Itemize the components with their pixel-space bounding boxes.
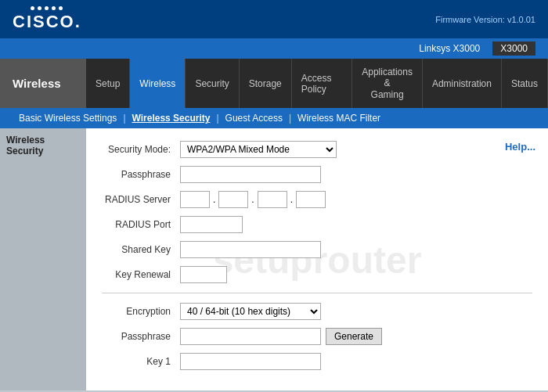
main-content: setuprouter Help... Security Mode: Disab… <box>86 128 548 390</box>
radius-server-fields: . . . <box>180 191 326 208</box>
nav-tab-setup[interactable]: Setup <box>86 59 130 108</box>
radius-octet-1[interactable] <box>180 191 210 208</box>
key-renewal-label: Key Renewal <box>102 269 180 280</box>
passphrase2-label: Passphrase <box>102 331 180 342</box>
nav-tab-security[interactable]: Security <box>186 59 239 108</box>
nav-tab-status[interactable]: Status <box>502 59 548 108</box>
radius-octet-2[interactable] <box>218 191 248 208</box>
radius-server-row: RADIUS Server . . . <box>102 191 532 208</box>
passphrase-label: Passphrase <box>102 169 180 180</box>
generate-button[interactable]: Generate <box>326 328 382 345</box>
sub-nav-basic[interactable]: Basic Wireless Settings <box>13 111 123 125</box>
model-linksys: Linksys X3000 <box>419 43 480 54</box>
passphrase2-input[interactable] <box>180 328 321 345</box>
wireless-section-label: Wireless <box>0 59 86 108</box>
security-mode-select[interactable]: Disabled WPA Personal WPA2 Personal WPA2… <box>180 141 337 158</box>
firmware-version: Firmware Version: v1.0.01 <box>435 15 535 24</box>
nav-tab-applications[interactable]: Applications &Gaming <box>352 59 423 108</box>
sidebar-title: Wireless Security <box>6 135 80 156</box>
radius-octet-3[interactable] <box>258 191 287 208</box>
shared-key-input[interactable] <box>180 241 321 258</box>
security-mode-label: Security Mode: <box>102 144 180 155</box>
encryption-row: Encryption 40 / 64-bit (10 hex digits) 1… <box>102 303 532 320</box>
content-wrapper: Wireless Security setuprouter Help... Se… <box>0 128 548 390</box>
model-short: X3000 <box>492 41 535 56</box>
nav-tab-access-policy[interactable]: Access Policy <box>292 59 352 108</box>
form-divider <box>102 293 532 293</box>
radius-dot-1: . <box>213 194 215 205</box>
nav-tab-wireless[interactable]: Wireless <box>130 59 186 108</box>
radius-port-row: RADIUS Port <box>102 216 532 233</box>
key-renewal-row: Key Renewal <box>102 266 532 283</box>
main-nav: Wireless Setup Wireless Security Storage… <box>0 59 548 108</box>
sub-nav: Basic Wireless Settings | Wireless Secur… <box>0 108 548 128</box>
passphrase-row: Passphrase <box>102 166 532 183</box>
cisco-dots-icon <box>13 6 81 10</box>
sub-nav-security[interactable]: Wireless Security <box>126 111 217 125</box>
passphrase-input[interactable] <box>180 166 321 183</box>
radius-port-label: RADIUS Port <box>102 219 180 230</box>
radius-dot-3: . <box>290 194 293 205</box>
main-nav-tabs: Setup Wireless Security Storage Access P… <box>86 59 548 108</box>
shared-key-row: Shared Key <box>102 241 532 258</box>
radius-octet-4[interactable] <box>296 191 326 208</box>
shared-key-label: Shared Key <box>102 244 180 255</box>
header: CISCO. Firmware Version: v1.0.01 <box>0 0 548 38</box>
cisco-brand: CISCO. <box>13 12 81 32</box>
key1-row: Key 1 <box>102 353 532 370</box>
key1-label: Key 1 <box>102 356 180 367</box>
model-bar: Linksys X3000 X3000 <box>0 38 548 59</box>
radius-port-input[interactable] <box>180 216 243 233</box>
key-renewal-input[interactable] <box>180 266 227 283</box>
sub-nav-guest[interactable]: Guest Access <box>219 111 289 125</box>
encryption-select[interactable]: 40 / 64-bit (10 hex digits) 104 / 128-bi… <box>180 303 321 320</box>
encryption-label: Encryption <box>102 306 180 317</box>
key1-input[interactable] <box>180 353 321 370</box>
sub-nav-mac[interactable]: Wireless MAC Filter <box>291 111 387 125</box>
radius-server-label: RADIUS Server <box>102 194 180 205</box>
nav-tab-storage[interactable]: Storage <box>240 59 292 108</box>
cisco-logo: CISCO. <box>13 6 81 32</box>
radius-dot-2: . <box>251 194 254 205</box>
sidebar: Wireless Security <box>0 128 86 390</box>
passphrase2-row: Passphrase Generate <box>102 328 532 345</box>
nav-tab-administration[interactable]: Administration <box>423 59 502 108</box>
security-mode-row: Security Mode: Disabled WPA Personal WPA… <box>102 141 532 158</box>
form-section: Security Mode: Disabled WPA Personal WPA… <box>102 141 532 370</box>
